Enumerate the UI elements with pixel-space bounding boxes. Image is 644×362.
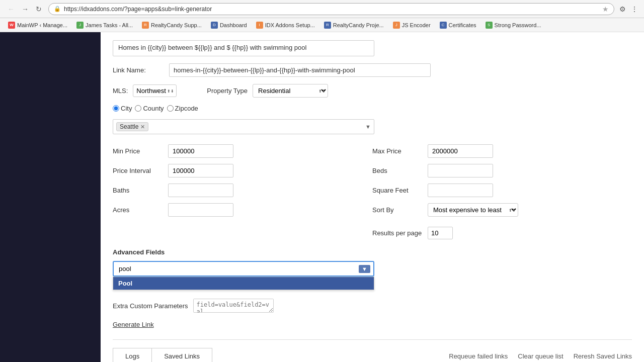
extra-params-input[interactable]: [193, 299, 274, 313]
generate-link-button[interactable]: Generate Link: [113, 320, 154, 329]
max-price-input[interactable]: [428, 144, 493, 158]
square-feet-input[interactable]: [428, 184, 493, 197]
menu-button[interactable]: ⋮: [630, 4, 639, 14]
bookmark-js-encoder-label: JS Encoder: [402, 22, 431, 28]
bookmark-strong-password-label: Strong Password...: [495, 22, 541, 28]
radio-zipcode[interactable]: Zipcode: [167, 105, 198, 112]
refresh-saved-button[interactable]: Reresh Saved Links: [574, 352, 632, 360]
square-feet-item: Square Feet: [372, 180, 632, 200]
seattle-tag-text: Seattle: [120, 123, 138, 130]
clear-queue-button[interactable]: Clear queue list: [518, 352, 563, 360]
bookmark-idx-setup[interactable]: I IDX Addons Setup...: [252, 21, 319, 30]
seattle-tag: Seattle ✕: [116, 122, 148, 131]
radio-zipcode-label: Zipcode: [175, 105, 198, 112]
bookmark-james[interactable]: J James Tasks - All...: [72, 21, 137, 30]
browser-actions: ⚙ ⋮: [618, 4, 639, 14]
acres-item: Acres: [113, 200, 372, 220]
beds-label: Beds: [372, 167, 423, 174]
beds-input[interactable]: [428, 164, 493, 177]
link-name-row: Link Name:: [113, 63, 632, 77]
dashboard-icon: D: [211, 22, 218, 29]
saved-links-tab[interactable]: Saved Links: [151, 348, 212, 362]
property-type-select-wrapper: Residential Commercial Land Multi-Family: [253, 84, 328, 98]
link-name-label: Link Name:: [113, 66, 163, 74]
advanced-fields-wrapper: ▼ Pool: [113, 261, 374, 277]
bookmark-idx-setup-label: IDX Addons Setup...: [265, 22, 315, 28]
baths-label: Baths: [113, 187, 163, 194]
forward-button[interactable]: →: [19, 4, 31, 14]
baths-input[interactable]: [168, 184, 233, 197]
max-price-label: Max Price: [372, 147, 423, 155]
bookmark-js-encoder[interactable]: J JS Encoder: [389, 21, 435, 30]
radio-city-label: City: [121, 105, 132, 112]
advanced-fields-title: Advanced Fields: [113, 248, 632, 256]
realtycandy-proj-icon: R: [324, 22, 331, 29]
url-text: https://idxaddons.com/?page=apps&sub=lin…: [64, 6, 599, 13]
price-interval-input[interactable]: [168, 164, 233, 177]
price-grid: Min Price Max Price Price Interval Beds …: [113, 141, 632, 220]
bookmark-strong-password[interactable]: S Strong Password...: [481, 21, 545, 30]
certificates-icon: C: [440, 22, 447, 29]
advanced-fields-dropdown: Pool: [113, 277, 374, 290]
mls-select[interactable]: Northwest: [133, 84, 177, 97]
extensions-button[interactable]: ⚙: [618, 4, 627, 14]
location-radio-group: City County Zipcode: [113, 105, 632, 112]
baths-item: Baths: [113, 180, 372, 200]
advanced-fields-arrow[interactable]: ▼: [359, 265, 370, 273]
min-price-input[interactable]: [168, 144, 233, 158]
star-icon: ★: [602, 5, 609, 13]
beds-item: Beds: [372, 161, 632, 180]
bookmark-mainwp[interactable]: W MainWP ‹ Manage...: [4, 21, 71, 30]
radio-county-input[interactable]: [135, 105, 141, 112]
city-dropdown-arrow[interactable]: ▼: [365, 124, 371, 130]
bookmark-dashboard[interactable]: D Dashboard: [207, 21, 251, 30]
title-display: Homes in {{city}} between ${{lp}} and $ …: [113, 40, 374, 56]
main-content: Homes in {{city}} between ${{lp}} and $ …: [101, 32, 644, 362]
refresh-button[interactable]: ↻: [33, 4, 44, 14]
bookmark-dashboard-label: Dashboard: [220, 22, 247, 28]
seattle-tag-remove[interactable]: ✕: [140, 124, 145, 130]
bookmark-james-label: James Tasks - All...: [86, 22, 133, 28]
requeue-button[interactable]: Requeue failed links: [449, 352, 508, 360]
sort-by-wrapper: Most expensive to least Least expensive …: [428, 203, 518, 217]
mls-select-wrapper: Northwest: [133, 84, 177, 97]
bottom-tabs-area: Logs Saved Links Requeue failed links Cl…: [113, 339, 632, 362]
bookmark-realtycandy-supp[interactable]: R RealtyCandy Supp...: [138, 21, 206, 30]
mls-label: MLS:: [113, 87, 128, 95]
price-interval-item: Price Interval: [113, 161, 372, 180]
strong-password-icon: S: [486, 22, 493, 29]
mainwp-icon: W: [8, 22, 15, 29]
address-bar[interactable]: 🔒 https://idxaddons.com/?page=apps&sub=l…: [48, 3, 614, 15]
bookmark-certificates-label: Certificates: [449, 22, 476, 28]
sort-by-select[interactable]: Most expensive to least Least expensive …: [428, 203, 518, 217]
tab-actions: Requeue failed links Clear queue list Re…: [449, 352, 632, 360]
city-tag-input[interactable]: Seattle ✕ ▼: [113, 119, 374, 134]
min-price-item: Min Price: [113, 141, 372, 161]
results-per-page-label: Results per page: [372, 229, 423, 237]
logs-tab[interactable]: Logs: [113, 348, 151, 362]
results-per-page-input[interactable]: [428, 227, 453, 239]
sort-by-item: Sort By Most expensive to least Least ex…: [372, 200, 632, 220]
advanced-fields-input[interactable]: [113, 261, 374, 277]
dropdown-option-pool[interactable]: Pool: [113, 277, 374, 290]
bookmark-certificates[interactable]: C Certificates: [436, 21, 480, 30]
acres-input[interactable]: [168, 203, 233, 217]
nav-buttons: ← → ↻: [5, 4, 44, 14]
bookmark-realtycandy-proj-label: RealtyCandy Proje...: [333, 22, 384, 28]
property-type-select[interactable]: Residential Commercial Land Multi-Family: [253, 84, 328, 98]
extra-params-label: Extra Custom Parameters: [113, 302, 188, 310]
lock-icon: 🔒: [54, 6, 61, 12]
james-icon: J: [76, 22, 84, 29]
radio-city[interactable]: City: [113, 105, 132, 112]
bookmarks-bar: W MainWP ‹ Manage... J James Tasks - All…: [0, 18, 644, 32]
page-wrapper: Homes in {{city}} between ${{lp}} and $ …: [0, 32, 644, 362]
radio-zipcode-input[interactable]: [167, 105, 174, 112]
bookmark-realtycandy-proj[interactable]: R RealtyCandy Proje...: [320, 21, 388, 30]
bookmark-mainwp-label: MainWP ‹ Manage...: [17, 22, 67, 28]
radio-city-input[interactable]: [113, 105, 119, 112]
back-button[interactable]: ←: [5, 4, 17, 14]
radio-county[interactable]: County: [135, 105, 164, 112]
link-name-input[interactable]: [169, 63, 431, 77]
min-price-label: Min Price: [113, 147, 163, 155]
js-encoder-icon: J: [393, 22, 400, 29]
